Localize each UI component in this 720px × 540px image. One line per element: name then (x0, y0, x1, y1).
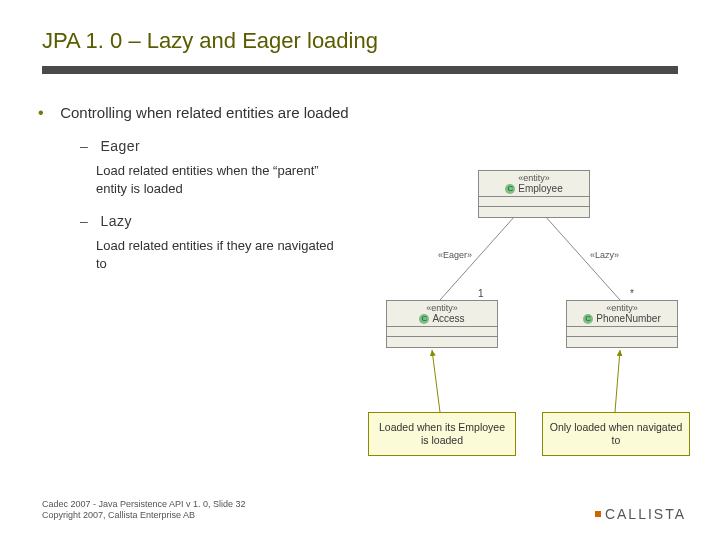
multiplicity-many: * (630, 288, 634, 299)
entity-employee: «entity» CEmployee (478, 170, 590, 218)
class-icon: C (505, 184, 515, 194)
callout-lazy: Only loaded when navigated to (542, 412, 690, 456)
entity-name: Employee (518, 183, 562, 194)
callouts-row: Loaded when its Employee is loaded Only … (368, 412, 698, 456)
logo-dot-icon (595, 511, 601, 517)
eager-body: Load related entities when the “parent” … (96, 162, 336, 197)
eager-heading: Eager (80, 138, 678, 154)
stereotype-label: «entity» (567, 301, 677, 313)
multiplicity-one: 1 (478, 288, 484, 299)
lazy-body: Load related entities if they are naviga… (96, 237, 336, 272)
callout-eager: Loaded when its Employee is loaded (368, 412, 516, 456)
title-rule (42, 66, 678, 74)
eager-assoc-label: «Eager» (438, 250, 472, 260)
uml-diagram: «entity» CEmployee «entity» CAccess «ent… (380, 170, 690, 370)
entity-name: Access (432, 313, 464, 324)
footer-line-1: Cadec 2007 - Java Persistence API v 1. 0… (42, 499, 246, 511)
entity-access: «entity» CAccess (386, 300, 498, 348)
slide-title: JPA 1. 0 – Lazy and Eager loading (0, 0, 720, 62)
bullet-main: Controlling when related entities are lo… (60, 104, 349, 121)
lazy-assoc-label: «Lazy» (590, 250, 619, 260)
entity-phonenumber: «entity» CPhoneNumber (566, 300, 678, 348)
class-icon: C (419, 314, 429, 324)
class-icon: C (583, 314, 593, 324)
stereotype-label: «entity» (479, 171, 589, 183)
entity-name: PhoneNumber (596, 313, 660, 324)
callista-logo: CALLISTA (593, 506, 686, 522)
stereotype-label: «entity» (387, 301, 497, 313)
slide-footer: Cadec 2007 - Java Persistence API v 1. 0… (42, 499, 246, 522)
footer-line-2: Copyright 2007, Callista Enterprise AB (42, 510, 246, 522)
